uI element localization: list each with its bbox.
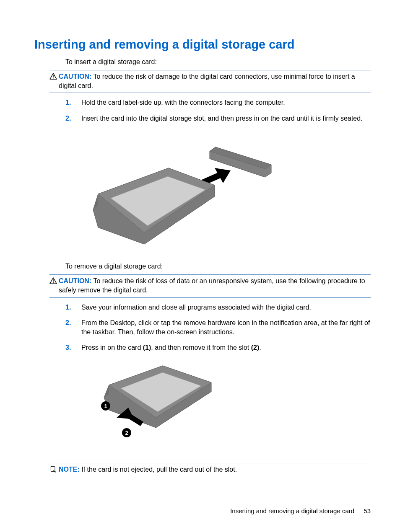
insert-step-1: Hold the card label-side up, with the co… bbox=[65, 98, 371, 107]
insert-step-2: Insert the card into the digital storage… bbox=[65, 114, 371, 123]
note-text: If the card is not ejected, pull the car… bbox=[81, 466, 237, 473]
footer-page-number: 53 bbox=[364, 507, 371, 514]
figure-remove: 1 2 bbox=[81, 361, 371, 453]
remove-step-2: From the Desktop, click or tap the remov… bbox=[65, 318, 371, 336]
step3-ref1: (1) bbox=[143, 344, 151, 351]
caution-insert: CAUTION: To reduce the risk of damage to… bbox=[49, 70, 371, 93]
note-icon bbox=[49, 466, 57, 473]
step3-pre: Press in on the card bbox=[81, 344, 143, 351]
insert-intro-text: To insert a digital storage card: bbox=[65, 58, 371, 66]
step3-post: . bbox=[259, 344, 261, 351]
remove-step-1: Save your information and close all prog… bbox=[65, 303, 371, 312]
caution-icon bbox=[49, 277, 57, 284]
footer-title: Inserting and removing a digital storage… bbox=[230, 507, 354, 514]
insert-steps-list: Hold the card label-side up, with the co… bbox=[65, 98, 371, 123]
svg-point-1 bbox=[53, 78, 54, 79]
caution-icon bbox=[49, 73, 57, 80]
svg-point-3 bbox=[53, 282, 54, 283]
page-footer: Inserting and removing a digital storage… bbox=[230, 507, 371, 514]
svg-text:1: 1 bbox=[104, 403, 107, 409]
step3-ref2: (2) bbox=[251, 344, 260, 351]
caution-remove: CAUTION: To reduce the risk of loss of d… bbox=[49, 274, 371, 297]
caution-label: CAUTION: bbox=[59, 277, 91, 284]
step3-mid: , and then remove it from the slot bbox=[151, 344, 251, 351]
remove-step-3: Press in on the card (1), and then remov… bbox=[65, 343, 371, 352]
caution-text: To reduce the risk of loss of data or an… bbox=[59, 277, 365, 294]
remove-steps-list: Save your information and close all prog… bbox=[65, 303, 371, 352]
caution-text: To reduce the risk of damage to the digi… bbox=[59, 73, 355, 89]
note-callout: NOTE: If the card is not ejected, pull t… bbox=[49, 463, 371, 477]
svg-text:2: 2 bbox=[125, 430, 128, 436]
page-heading: Inserting and removing a digital storage… bbox=[34, 38, 371, 52]
figure-insert bbox=[81, 131, 371, 253]
remove-intro-text: To remove a digital storage card: bbox=[65, 263, 371, 270]
caution-label: CAUTION: bbox=[59, 73, 91, 80]
note-label: NOTE: bbox=[59, 466, 80, 473]
